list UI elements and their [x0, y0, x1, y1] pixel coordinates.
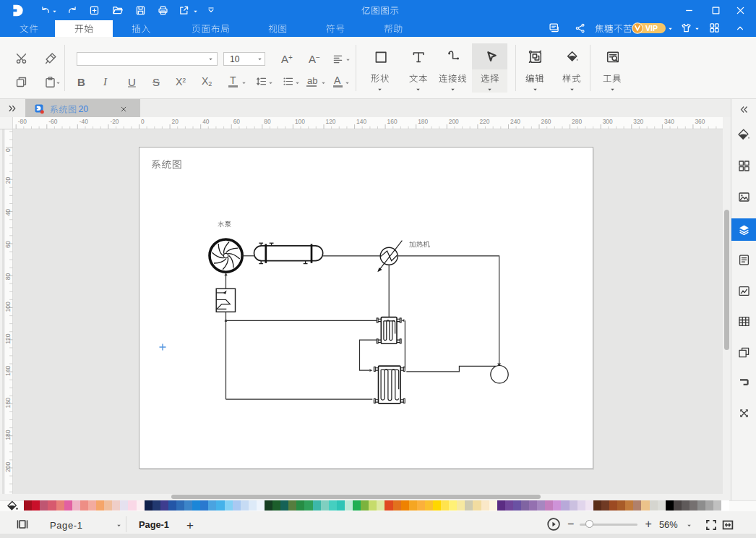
svg-text:20: 20	[4, 177, 12, 184]
svg-text:200: 200	[449, 118, 459, 125]
svg-text:100: 100	[4, 302, 12, 312]
svg-text:160: 160	[387, 118, 398, 125]
svg-text:180: 180	[418, 118, 428, 125]
svg-text:180: 180	[4, 430, 12, 440]
svg-text:340: 340	[664, 118, 674, 125]
svg-text:140: 140	[4, 366, 12, 377]
svg-text:300: 300	[603, 118, 613, 125]
svg-text:-60: -60	[48, 118, 57, 125]
svg-text:220: 220	[479, 118, 489, 125]
svg-text:120: 120	[4, 333, 12, 344]
svg-text:-80: -80	[18, 118, 27, 125]
svg-text:80: 80	[264, 118, 271, 125]
svg-text:-20: -20	[110, 118, 119, 125]
svg-text:60: 60	[233, 118, 241, 125]
svg-text:100: 100	[295, 118, 305, 125]
svg-text:60: 60	[4, 241, 12, 248]
svg-text:240: 240	[510, 118, 520, 125]
svg-text:40: 40	[4, 209, 12, 216]
svg-text:260: 260	[541, 118, 551, 125]
svg-text:20: 20	[172, 118, 179, 125]
svg-text:200: 200	[4, 461, 12, 472]
svg-text:VIP: VIP	[645, 24, 658, 33]
svg-text:360: 360	[695, 118, 705, 125]
svg-text:0: 0	[141, 118, 145, 125]
svg-text:0: 0	[4, 148, 12, 152]
svg-text:40: 40	[202, 118, 210, 125]
svg-text:80: 80	[4, 273, 12, 280]
svg-text:-40: -40	[80, 118, 88, 125]
svg-text:160: 160	[4, 398, 12, 409]
svg-text:140: 140	[356, 118, 366, 125]
svg-text:120: 120	[326, 118, 336, 125]
svg-text:320: 320	[633, 118, 643, 125]
svg-text:280: 280	[572, 118, 582, 125]
